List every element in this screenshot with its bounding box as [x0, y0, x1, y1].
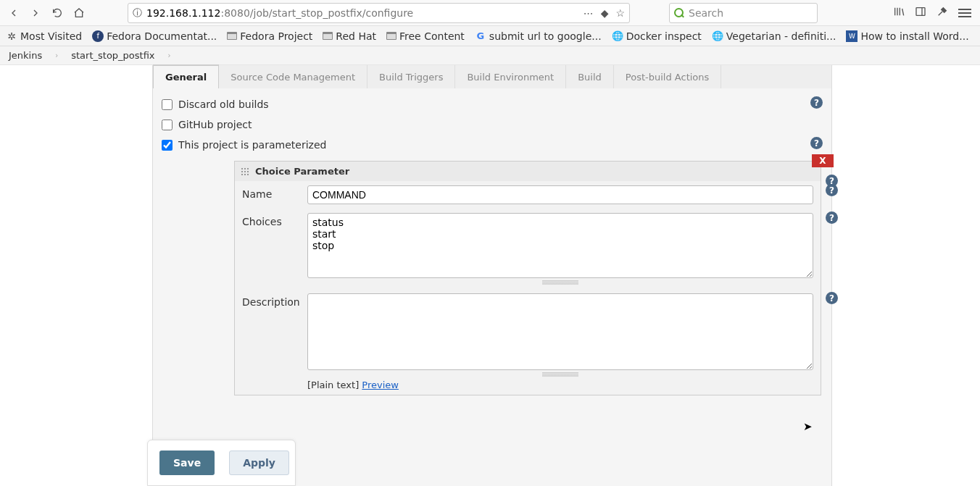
resize-grip[interactable] [542, 280, 578, 285]
tab-scm[interactable]: Source Code Management [219, 65, 368, 88]
back-button[interactable] [4, 4, 23, 22]
checkbox-discard-old-builds[interactable] [162, 99, 173, 110]
help-icon[interactable]: ? [810, 96, 823, 109]
tab-build-triggers[interactable]: Build Triggers [368, 65, 455, 88]
url-host: 192.168.1.112 [146, 7, 220, 19]
sidebar-toggle-icon[interactable] [915, 6, 926, 20]
bookmark-docker-inspect[interactable]: 🌐Docker inspect [612, 30, 702, 42]
tab-general[interactable]: General [153, 64, 219, 88]
parameter-title: Choice Parameter [255, 166, 349, 177]
tab-build-env[interactable]: Build Environment [455, 65, 566, 88]
globe-icon: 🌐 [612, 30, 623, 42]
browser-search-input[interactable]: Search [669, 3, 818, 23]
bottom-action-bar: Save Apply [147, 440, 296, 486]
label-github-project: GitHub project [178, 119, 252, 130]
globe-icon: 🌐 [712, 30, 723, 42]
bookmark-fedora-project[interactable]: Fedora Project [227, 30, 312, 42]
fedora-icon: f [92, 30, 104, 42]
choices-label: Choices [242, 213, 300, 227]
menu-button[interactable] [958, 9, 971, 17]
forward-button [26, 4, 45, 22]
label-discard-old-builds: Discard old builds [178, 99, 269, 110]
plain-text-label: [Plain text] [307, 380, 359, 390]
bookmark-redhat[interactable]: Red Hat [323, 30, 376, 42]
help-icon[interactable]: ? [826, 211, 838, 224]
parameter-header[interactable]: Choice Parameter [235, 162, 821, 181]
folder-icon [323, 32, 333, 40]
parameter-name-input[interactable] [307, 185, 813, 204]
row-discard-old-builds: Discard old builds ? [162, 94, 823, 114]
more-actions-icon[interactable]: ⋯ [584, 7, 594, 19]
general-section: Discard old builds ? GitHub project This… [153, 88, 831, 401]
search-placeholder: Search [689, 7, 723, 19]
doc-icon: W [846, 30, 858, 42]
breadcrumb-job[interactable]: start_stop_postfix [71, 50, 154, 61]
apply-button[interactable]: Apply [229, 451, 289, 475]
resize-grip[interactable] [542, 372, 578, 377]
checkbox-github-project[interactable] [162, 120, 173, 130]
bookmark-free-content[interactable]: Free Content [386, 30, 465, 42]
row-parameterized: This project is parameterized ? [162, 135, 823, 155]
name-label: Name [242, 185, 300, 200]
bookmark-vegetarian[interactable]: 🌐Vegetarian - definiti... [712, 30, 836, 42]
browser-toolbar: ⓘ 192.168.1.112 :8080/job/start_stop_pos… [0, 0, 980, 26]
pocket-icon[interactable]: ◆ [601, 7, 609, 19]
help-icon[interactable]: ? [810, 137, 823, 149]
row-github-project: GitHub project [162, 114, 823, 135]
parameter-choices-textarea[interactable] [307, 213, 813, 278]
config-panel: General Source Code Management Build Tri… [152, 65, 832, 486]
gear-icon: ✲ [6, 30, 17, 42]
config-tabs: General Source Code Management Build Tri… [153, 65, 831, 88]
save-button[interactable]: Save [159, 451, 215, 475]
google-icon: G [475, 30, 486, 42]
chevron-right-icon: › [55, 51, 58, 59]
bookmark-star-icon[interactable]: ☆ [615, 7, 625, 19]
chevron-right-icon: › [168, 51, 171, 59]
description-label: Description [242, 293, 300, 308]
parameter-description-textarea[interactable] [307, 293, 813, 370]
help-icon[interactable]: ? [826, 292, 838, 304]
breadcrumb: Jenkins › start_stop_postfix › [0, 46, 980, 65]
main-content: General Source Code Management Build Tri… [0, 65, 980, 486]
site-info-icon[interactable]: ⓘ [133, 7, 142, 20]
svg-rect-0 [916, 8, 925, 16]
bookmarks-bar: ✲Most Visited fFedora Documentat... Fedo… [0, 26, 980, 46]
choice-parameter-block: X ? Choice Parameter Name ? Choices [234, 161, 821, 395]
breadcrumb-root[interactable]: Jenkins [9, 50, 42, 61]
drag-handle-icon[interactable] [241, 167, 249, 176]
url-path: :8080/job/start_stop_postfix/configure [220, 7, 413, 19]
bookmark-submit-url[interactable]: Gsubmit url to google... [475, 30, 602, 42]
reload-button[interactable] [48, 4, 67, 22]
eyedropper-icon[interactable] [937, 6, 948, 20]
tab-build[interactable]: Build [566, 65, 614, 88]
library-icon[interactable] [893, 6, 905, 20]
folder-icon [386, 32, 396, 40]
mouse-cursor-icon: ➤ [803, 420, 813, 433]
bookmark-install-word[interactable]: WHow to install Word... [846, 30, 968, 42]
search-icon [674, 8, 684, 18]
checkbox-parameterized[interactable] [162, 140, 173, 151]
url-bar[interactable]: ⓘ 192.168.1.112 :8080/job/start_stop_pos… [128, 3, 630, 23]
delete-parameter-button[interactable]: X [812, 154, 834, 167]
bookmark-most-visited[interactable]: ✲Most Visited [6, 30, 82, 42]
preview-link[interactable]: Preview [362, 380, 399, 390]
help-icon[interactable]: ? [826, 184, 838, 196]
tab-postbuild[interactable]: Post-build Actions [614, 65, 721, 88]
bookmark-fedora-docs[interactable]: fFedora Documentat... [92, 30, 217, 42]
folder-icon [227, 32, 237, 40]
home-button[interactable] [70, 4, 88, 22]
label-parameterized: This project is parameterized [178, 139, 326, 151]
